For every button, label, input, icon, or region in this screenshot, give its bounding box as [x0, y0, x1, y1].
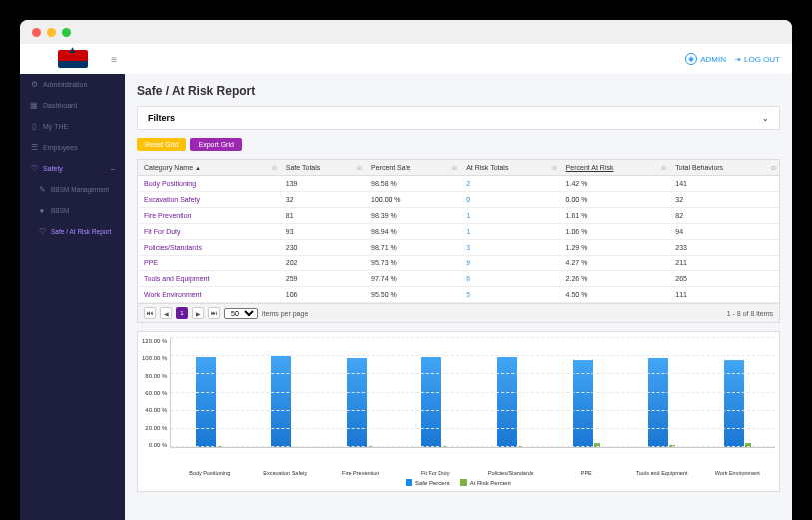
table-cell: 81 [280, 208, 365, 224]
hamburger-menu-icon[interactable]: ≡ [111, 54, 117, 65]
legend-item-risk[interactable]: At Risk Percent [460, 479, 511, 486]
pager-last-button[interactable]: ⏭ [208, 307, 220, 319]
column-label: Percent At Risk [566, 164, 614, 171]
table-cell: 202 [280, 256, 365, 271]
window-maximize-dot[interactable] [62, 28, 71, 37]
y-tick-label: 60.00 % [145, 390, 167, 396]
sidebar-subitem-safe-at-risk-report[interactable]: ♡Safe / At Risk Report [20, 221, 125, 242]
sidebar-item-my-the[interactable]: ▯My THE [20, 116, 125, 137]
sidebar-item-administration[interactable]: ⚙Administration [20, 74, 125, 95]
table-cell: 141 [669, 176, 779, 192]
column-header[interactable]: Percent At Risk⊙ [560, 160, 670, 176]
window-minimize-dot[interactable] [47, 28, 56, 37]
column-header[interactable]: Total Behaviors⊙ [669, 160, 779, 176]
table-row: Body Positioning13998.58 %21.42 %141 [138, 176, 779, 192]
grid-table: Category Name▲⊙Safe Totals⊙Percent Safe⊙… [138, 160, 779, 303]
table-cell[interactable]: Tools and Equipment [138, 271, 280, 287]
bar-safe[interactable] [271, 356, 291, 447]
bar-safe[interactable] [497, 357, 517, 447]
pager-current-page[interactable]: 1 [176, 307, 188, 319]
nav-label: Safety [43, 165, 63, 172]
table-cell[interactable]: 1 [460, 224, 559, 240]
export-grid-button[interactable]: Export Grid [190, 138, 241, 151]
table-cell[interactable]: 9 [460, 256, 559, 271]
legend-swatch-risk [460, 479, 467, 486]
bar-safe[interactable] [196, 357, 216, 447]
nav-icon: ✎ [38, 185, 46, 194]
table-cell[interactable]: 0 [460, 192, 559, 208]
table-cell[interactable]: Fire Prevention [138, 208, 280, 224]
table-cell[interactable]: 6 [460, 271, 559, 287]
nav-label: BBSM [51, 207, 69, 214]
table-cell: 98.58 % [365, 176, 460, 192]
bar-safe[interactable] [347, 358, 367, 447]
nav-label: Safe / At Risk Report [51, 228, 111, 235]
grid-header-row: Category Name▲⊙Safe Totals⊙Percent Safe⊙… [138, 160, 779, 176]
grid-line [171, 446, 775, 447]
filters-label: Filters [148, 113, 175, 123]
pager-next-button[interactable]: ▶ [192, 307, 204, 319]
legend-label-safe: Safe Percent [415, 480, 450, 486]
table-cell: 94 [669, 224, 779, 240]
table-cell: 32 [280, 192, 365, 208]
column-header[interactable]: Safe Totals⊙ [280, 160, 365, 176]
column-menu-icon[interactable]: ⊙ [357, 164, 362, 171]
column-header[interactable]: Percent Safe⊙ [365, 160, 460, 176]
column-menu-icon[interactable]: ⊙ [661, 164, 666, 171]
grid-line [171, 410, 775, 411]
column-menu-icon[interactable]: ⊙ [452, 164, 457, 171]
table-cell: 106 [280, 287, 365, 303]
table-cell[interactable]: Work Environment [138, 287, 280, 303]
page-size-select[interactable]: 50 [224, 308, 258, 319]
sidebar-subitem-bbsm-management[interactable]: ✎BBSM Management [20, 179, 125, 200]
bar-safe[interactable] [648, 358, 668, 447]
column-menu-icon[interactable]: ⊙ [771, 164, 776, 171]
sidebar-item-dashboard[interactable]: ▦Dashboard [20, 95, 125, 116]
user-menu[interactable]: ◉ ADMIN [685, 53, 726, 65]
table-row: Policies/Standards23098.71 %31.29 %233 [138, 240, 779, 256]
table-cell: 95.73 % [365, 256, 460, 271]
table-cell[interactable]: 5 [460, 287, 559, 303]
table-cell: 111 [669, 287, 779, 303]
pager-first-button[interactable]: ⏮ [144, 307, 156, 319]
nav-icon: ▦ [30, 101, 38, 110]
sidebar-item-employees[interactable]: ☰Employees [20, 137, 125, 158]
x-tick-label: Work Environment [700, 468, 776, 476]
window-close-dot[interactable] [32, 28, 41, 37]
expand-icon: – [111, 165, 115, 172]
table-cell[interactable]: 2 [460, 176, 559, 192]
sidebar-item-safety[interactable]: ♡Safety– [20, 158, 125, 179]
table-row: Excavation Safety32100.00 %00.00 %32 [138, 192, 779, 208]
legend-item-safe[interactable]: Safe Percent [406, 479, 450, 486]
sort-asc-icon: ▲ [195, 165, 201, 171]
bar-safe[interactable] [421, 357, 441, 447]
column-header[interactable]: Category Name▲⊙ [138, 160, 280, 176]
column-menu-icon[interactable]: ⊙ [552, 164, 557, 171]
table-cell[interactable]: 1 [460, 208, 559, 224]
table-cell[interactable]: PPE [138, 256, 280, 271]
table-cell: 1.61 % [560, 208, 670, 224]
logout-button[interactable]: ⇥ LOG OUT [734, 55, 780, 64]
sidebar-subitem-bbsm[interactable]: ●BBSM [20, 200, 125, 221]
y-tick-label: 0.00 % [149, 442, 168, 448]
table-cell[interactable]: Fit For Duty [138, 224, 280, 240]
table-cell[interactable]: Excavation Safety [138, 192, 280, 208]
filters-accordion[interactable]: Filters ⌄ [137, 106, 780, 130]
column-menu-icon[interactable]: ⊙ [272, 164, 277, 171]
table-cell: 233 [669, 240, 779, 256]
nav-icon: ⚙ [30, 80, 38, 89]
x-tick-label: PPE [549, 468, 625, 476]
column-header[interactable]: At Risk Totals⊙ [460, 160, 559, 176]
nav-icon: ♡ [38, 227, 46, 236]
table-cell[interactable]: Policies/Standards [138, 240, 280, 256]
chart-plot [170, 338, 775, 448]
pager: ⏮ ◀ 1 ▶ ⏭ 50 items per page 1 - 8 of 8 i… [138, 303, 779, 322]
reset-grid-button[interactable]: Reset Grid [137, 138, 186, 151]
grid-line [171, 392, 775, 393]
table-cell[interactable]: Body Positioning [138, 176, 280, 192]
legend-swatch-safe [406, 479, 412, 486]
table-cell[interactable]: 3 [460, 240, 559, 256]
pager-prev-button[interactable]: ◀ [160, 307, 172, 319]
page-title: Safe / At Risk Report [137, 84, 780, 98]
table-cell: 82 [669, 208, 779, 224]
